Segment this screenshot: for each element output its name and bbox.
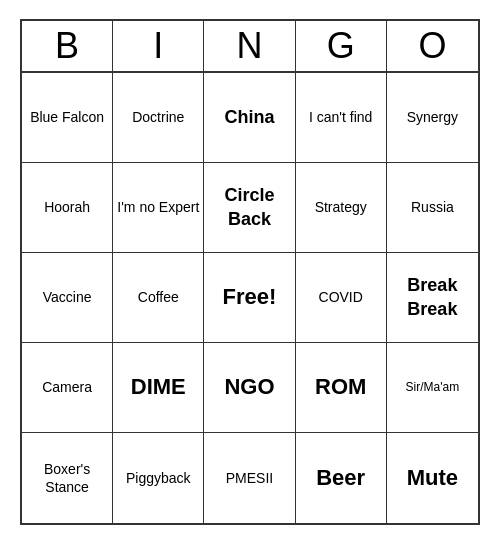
bingo-cell[interactable]: Beer xyxy=(296,433,387,523)
header-letter: I xyxy=(113,21,204,71)
bingo-cell[interactable]: I can't find xyxy=(296,73,387,163)
bingo-card: BINGO Blue FalconDoctrineChinaI can't fi… xyxy=(20,19,480,525)
bingo-cell[interactable]: Strategy xyxy=(296,163,387,253)
bingo-cell[interactable]: ROM xyxy=(296,343,387,433)
bingo-header: BINGO xyxy=(22,21,478,73)
bingo-cell[interactable]: I'm no Expert xyxy=(113,163,204,253)
bingo-cell[interactable]: Sir/Ma'am xyxy=(387,343,478,433)
bingo-cell[interactable]: Piggyback xyxy=(113,433,204,523)
bingo-cell[interactable]: Boxer's Stance xyxy=(22,433,113,523)
bingo-cell[interactable]: Coffee xyxy=(113,253,204,343)
header-letter: O xyxy=(387,21,478,71)
bingo-cell[interactable]: Doctrine xyxy=(113,73,204,163)
bingo-cell[interactable]: Mute xyxy=(387,433,478,523)
bingo-cell[interactable]: China xyxy=(204,73,295,163)
header-letter: B xyxy=(22,21,113,71)
bingo-cell[interactable]: Russia xyxy=(387,163,478,253)
bingo-cell[interactable]: DIME xyxy=(113,343,204,433)
header-letter: G xyxy=(296,21,387,71)
bingo-cell[interactable]: Free! xyxy=(204,253,295,343)
bingo-cell[interactable]: NGO xyxy=(204,343,295,433)
header-letter: N xyxy=(204,21,295,71)
bingo-cell[interactable]: Blue Falcon xyxy=(22,73,113,163)
bingo-cell[interactable]: Camera xyxy=(22,343,113,433)
bingo-cell[interactable]: Break Break xyxy=(387,253,478,343)
bingo-cell[interactable]: Hoorah xyxy=(22,163,113,253)
bingo-grid: Blue FalconDoctrineChinaI can't findSyne… xyxy=(22,73,478,523)
bingo-cell[interactable]: PMESII xyxy=(204,433,295,523)
bingo-cell[interactable]: Synergy xyxy=(387,73,478,163)
bingo-cell[interactable]: Circle Back xyxy=(204,163,295,253)
bingo-cell[interactable]: COVID xyxy=(296,253,387,343)
bingo-cell[interactable]: Vaccine xyxy=(22,253,113,343)
